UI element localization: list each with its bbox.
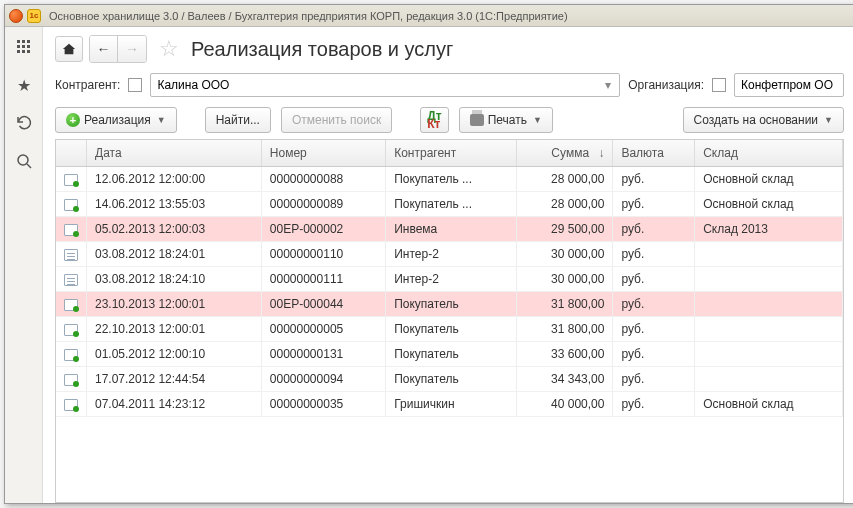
home-button[interactable] xyxy=(55,36,83,62)
document-icon xyxy=(64,299,78,311)
cell-currency: руб. xyxy=(613,167,695,192)
row-icon-cell xyxy=(56,367,87,392)
table-row[interactable]: 17.07.2012 12:44:5400000000094Покупатель… xyxy=(56,367,843,392)
cell-date: 14.06.2012 13:55:03 xyxy=(87,192,262,217)
cell-contractor: Интер-2 xyxy=(386,242,516,267)
chevron-down-icon[interactable]: ▼ xyxy=(533,115,542,125)
document-icon xyxy=(64,324,78,336)
chevron-down-icon[interactable]: ▼ xyxy=(824,115,833,125)
cell-date: 22.10.2013 12:00:01 xyxy=(87,317,262,342)
cell-date: 23.10.2013 12:00:01 xyxy=(87,292,262,317)
cell-warehouse xyxy=(695,242,843,267)
svg-rect-6 xyxy=(17,50,20,53)
row-icon-cell xyxy=(56,292,87,317)
cell-contractor: Гришичкин xyxy=(386,392,516,417)
contractor-value: Калина ООО xyxy=(157,78,229,92)
table-wrapper[interactable]: Дата Номер Контрагент Сумма ↓ Валюта Скл… xyxy=(55,139,844,503)
org-checkbox[interactable] xyxy=(712,78,726,92)
cell-warehouse xyxy=(695,317,843,342)
header-row: ← → ☆ Реализация товаров и услуг xyxy=(55,35,844,63)
cell-currency: руб. xyxy=(613,392,695,417)
col-sum[interactable]: Сумма ↓ xyxy=(516,140,613,167)
document-icon xyxy=(64,224,78,236)
table-row[interactable]: 03.08.2012 18:24:0100000000110Интер-230 … xyxy=(56,242,843,267)
table-row[interactable]: 07.04.2011 14:23:1200000000035Гришичкин4… xyxy=(56,392,843,417)
svg-rect-0 xyxy=(17,40,20,43)
svg-rect-4 xyxy=(22,45,25,48)
cell-sum: 29 500,00 xyxy=(516,217,613,242)
cancel-find-button: Отменить поиск xyxy=(281,107,392,133)
table-row[interactable]: 14.06.2012 13:55:0300000000089Покупатель… xyxy=(56,192,843,217)
cell-number: 00000000089 xyxy=(261,192,385,217)
cell-number: 00000000131 xyxy=(261,342,385,367)
cell-sum: 33 600,00 xyxy=(516,342,613,367)
cell-contractor: Покупатель xyxy=(386,317,516,342)
svg-rect-3 xyxy=(17,45,20,48)
window-title: Основное хранилище 3.0 / Валеев / Бухгал… xyxy=(49,10,568,22)
cell-sum: 30 000,00 xyxy=(516,267,613,292)
col-number[interactable]: Номер xyxy=(261,140,385,167)
cell-sum: 28 000,00 xyxy=(516,192,613,217)
cell-currency: руб. xyxy=(613,217,695,242)
dtkt-button[interactable]: ДтКт xyxy=(420,107,448,133)
cell-warehouse: Основной склад xyxy=(695,192,843,217)
back-button[interactable]: ← xyxy=(90,36,118,62)
col-date[interactable]: Дата xyxy=(87,140,262,167)
table-row[interactable]: 05.02.2013 12:00:0300ЕР-000002Инвема29 5… xyxy=(56,217,843,242)
cell-number: 00000000111 xyxy=(261,267,385,292)
history-icon[interactable] xyxy=(14,113,34,133)
cell-contractor: Покупатель xyxy=(386,292,516,317)
contractor-label: Контрагент: xyxy=(55,78,120,92)
create-label: Реализация xyxy=(84,113,151,127)
cell-currency: руб. xyxy=(613,267,695,292)
cell-currency: руб. xyxy=(613,242,695,267)
create-based-label: Создать на основании xyxy=(694,113,819,127)
col-currency[interactable]: Валюта xyxy=(613,140,695,167)
search-icon[interactable] xyxy=(14,151,34,171)
row-icon-cell xyxy=(56,242,87,267)
star-icon[interactable]: ☆ xyxy=(159,36,179,62)
org-input[interactable]: Конфетпром ОО xyxy=(734,73,844,97)
table-row[interactable]: 03.08.2012 18:24:1000000000111Интер-230 … xyxy=(56,267,843,292)
contractor-input[interactable]: Калина ООО ▾ xyxy=(150,73,620,97)
cell-date: 07.04.2011 14:23:12 xyxy=(87,392,262,417)
svg-point-9 xyxy=(18,155,28,165)
app-icon: 1c xyxy=(27,9,41,23)
document-icon xyxy=(64,349,78,361)
svg-line-10 xyxy=(27,164,31,168)
cell-sum: 30 000,00 xyxy=(516,242,613,267)
print-button[interactable]: Печать ▼ xyxy=(459,107,553,133)
table-row[interactable]: 22.10.2013 12:00:0100000000005Покупатель… xyxy=(56,317,843,342)
table-row[interactable]: 23.10.2013 12:00:0100ЕР-000044Покупатель… xyxy=(56,292,843,317)
plus-icon: + xyxy=(66,113,80,127)
col-warehouse[interactable]: Склад xyxy=(695,140,843,167)
document-icon xyxy=(64,399,78,411)
contractor-checkbox[interactable] xyxy=(128,78,142,92)
find-button[interactable]: Найти... xyxy=(205,107,271,133)
table-row[interactable]: 12.06.2012 12:00:0000000000088Покупатель… xyxy=(56,167,843,192)
col-icon[interactable] xyxy=(56,140,87,167)
cell-contractor: Инвема xyxy=(386,217,516,242)
cell-number: 00000000110 xyxy=(261,242,385,267)
cell-warehouse xyxy=(695,342,843,367)
favorites-icon[interactable]: ★ xyxy=(14,75,34,95)
apps-icon[interactable] xyxy=(14,37,34,57)
col-contractor[interactable]: Контрагент xyxy=(386,140,516,167)
close-icon[interactable] xyxy=(9,9,23,23)
cell-date: 03.08.2012 18:24:10 xyxy=(87,267,262,292)
chevron-down-icon[interactable]: ▼ xyxy=(157,115,166,125)
document-icon xyxy=(64,374,78,386)
cell-warehouse xyxy=(695,267,843,292)
cell-number: 00ЕР-000044 xyxy=(261,292,385,317)
create-based-button[interactable]: Создать на основании ▼ xyxy=(683,107,844,133)
app-window: 1c Основное хранилище 3.0 / Валеев / Бух… xyxy=(4,4,853,504)
org-label: Организация: xyxy=(628,78,704,92)
row-icon-cell xyxy=(56,217,87,242)
document-icon xyxy=(64,199,78,211)
filter-row: Контрагент: Калина ООО ▾ Организация: Ко… xyxy=(55,73,844,97)
create-button[interactable]: + Реализация ▼ xyxy=(55,107,177,133)
table-row[interactable]: 01.05.2012 12:00:1000000000131Покупатель… xyxy=(56,342,843,367)
cell-warehouse: Склад 2013 xyxy=(695,217,843,242)
cell-currency: руб. xyxy=(613,317,695,342)
chevron-down-icon[interactable]: ▾ xyxy=(603,78,613,92)
